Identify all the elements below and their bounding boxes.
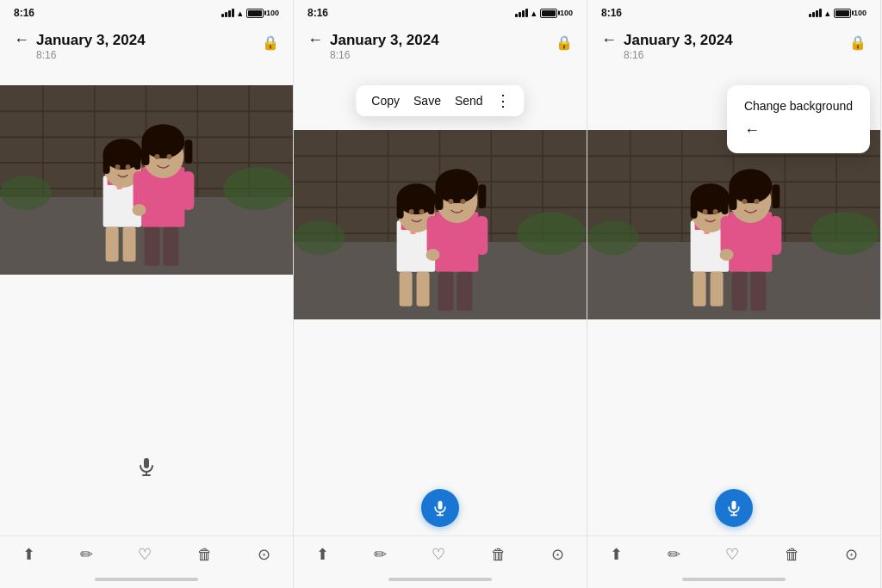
photo-3[interactable]: [587, 130, 880, 319]
save-button[interactable]: Save: [412, 90, 443, 111]
header-time-2: 8:16: [330, 49, 439, 61]
status-time-3: 8:16: [601, 7, 622, 19]
svg-point-35: [154, 154, 159, 159]
delete-icon-2[interactable]: 🗑: [491, 546, 506, 564]
svg-point-76: [460, 199, 465, 204]
back-button-1[interactable]: ←: [14, 31, 29, 49]
svg-rect-102: [722, 197, 729, 214]
svg-rect-107: [769, 216, 781, 255]
photo-svg-1: [0, 85, 293, 275]
svg-rect-101: [691, 197, 698, 219]
svg-rect-109: [732, 272, 748, 311]
change-background-title: Change background: [744, 99, 853, 113]
svg-point-23: [115, 164, 121, 170]
svg-point-68: [426, 249, 440, 261]
copy-button[interactable]: Copy: [370, 90, 401, 111]
svg-point-64: [419, 209, 425, 214]
svg-rect-34: [184, 139, 192, 164]
svg-point-11: [223, 167, 292, 210]
wifi-icon-2: ▴: [531, 8, 537, 19]
more-icon-1[interactable]: ⊙: [258, 545, 270, 564]
svg-point-104: [713, 209, 718, 214]
status-icons-1: ▴ 100: [221, 8, 279, 19]
photo-1[interactable]: [0, 85, 293, 275]
svg-rect-97: [693, 272, 706, 306]
home-indicator-2: [294, 571, 587, 588]
status-bar-2: 8:16 ▴ 100: [294, 0, 587, 24]
phone-panel-1: 8:16 ▴ 100 ← January 3, 2024 8:1: [0, 0, 294, 588]
change-background-arrow[interactable]: ←: [744, 121, 760, 139]
mic-button-2[interactable]: [421, 489, 459, 527]
svg-rect-18: [123, 227, 136, 262]
lock-icon-2: 🔒: [556, 34, 573, 51]
battery-icon-3: [834, 9, 851, 18]
svg-point-12: [0, 176, 52, 210]
edit-icon-1[interactable]: ✏: [80, 545, 93, 564]
header-time-3: 8:16: [624, 49, 733, 61]
svg-rect-67: [475, 216, 488, 255]
svg-point-52: [294, 220, 345, 255]
svg-rect-98: [711, 272, 724, 306]
home-indicator-1: [0, 571, 293, 588]
context-menu: Copy Save Send ⋮: [356, 85, 524, 116]
svg-rect-37: [144, 458, 149, 468]
mic-button-3[interactable]: [715, 489, 753, 527]
share-icon-3[interactable]: ⬆: [610, 545, 623, 564]
svg-rect-69: [438, 272, 454, 311]
svg-rect-61: [397, 197, 404, 219]
svg-rect-117: [732, 501, 736, 510]
battery-icon-1: [246, 9, 264, 18]
heart-icon-3[interactable]: ♡: [725, 545, 739, 564]
svg-rect-62: [428, 197, 435, 214]
delete-icon-1[interactable]: 🗑: [197, 546, 213, 564]
svg-rect-30: [163, 227, 178, 266]
svg-rect-17: [106, 227, 119, 262]
status-icons-2: ▴ 100: [515, 8, 573, 19]
content-area-1: [0, 68, 293, 535]
svg-point-92: [587, 220, 639, 255]
svg-point-103: [703, 209, 708, 214]
svg-rect-114: [772, 184, 780, 208]
back-button-2[interactable]: ←: [307, 31, 323, 49]
svg-point-91: [811, 212, 879, 255]
heart-icon-1[interactable]: ♡: [138, 545, 152, 564]
share-icon-1[interactable]: ⬆: [22, 545, 35, 564]
more-options-button[interactable]: ⋮: [495, 91, 511, 110]
more-icon-3[interactable]: ⊙: [845, 545, 858, 564]
app-header-2: ← January 3, 2024 8:16 🔒: [294, 24, 587, 68]
bottom-toolbar-2: ⬆ ✏ ♡ 🗑 ⊙: [294, 535, 587, 571]
mic-small-1: [133, 453, 160, 480]
more-icon-2[interactable]: ⊙: [551, 545, 564, 564]
wifi-icon-3: ▴: [825, 8, 830, 19]
heart-icon-2[interactable]: ♡: [432, 545, 445, 564]
delete-icon-3[interactable]: 🗑: [785, 546, 800, 564]
back-button-3[interactable]: ←: [601, 31, 617, 49]
svg-rect-77: [438, 501, 443, 510]
svg-point-115: [742, 199, 747, 204]
svg-point-63: [409, 209, 414, 214]
bottom-toolbar-3: ⬆ ✏ ♡ 🗑 ⊙: [587, 535, 880, 571]
home-bar-3: [682, 578, 786, 581]
svg-rect-22: [134, 152, 141, 170]
send-button[interactable]: Send: [453, 90, 485, 111]
photo-2[interactable]: [294, 130, 587, 319]
svg-rect-73: [436, 184, 444, 210]
svg-rect-113: [730, 184, 737, 210]
edit-icon-2[interactable]: ✏: [374, 545, 387, 564]
svg-point-28: [133, 204, 146, 216]
change-background-popup: Change background ←: [727, 85, 870, 153]
svg-rect-110: [750, 272, 766, 311]
share-icon-2[interactable]: ⬆: [316, 545, 329, 564]
svg-point-24: [126, 164, 131, 170]
svg-point-51: [517, 212, 586, 255]
svg-rect-29: [145, 227, 160, 266]
edit-icon-3[interactable]: ✏: [668, 545, 680, 564]
svg-rect-58: [417, 272, 430, 306]
header-date-3: January 3, 2024: [624, 32, 733, 49]
app-header-1: ← January 3, 2024 8:16 🔒: [0, 24, 293, 68]
svg-point-36: [166, 154, 171, 159]
lock-icon-1: 🔒: [262, 34, 279, 51]
header-time-1: 8:16: [36, 49, 146, 61]
svg-rect-21: [103, 152, 110, 174]
app-header-3: ← January 3, 2024 8:16 🔒: [587, 24, 880, 68]
